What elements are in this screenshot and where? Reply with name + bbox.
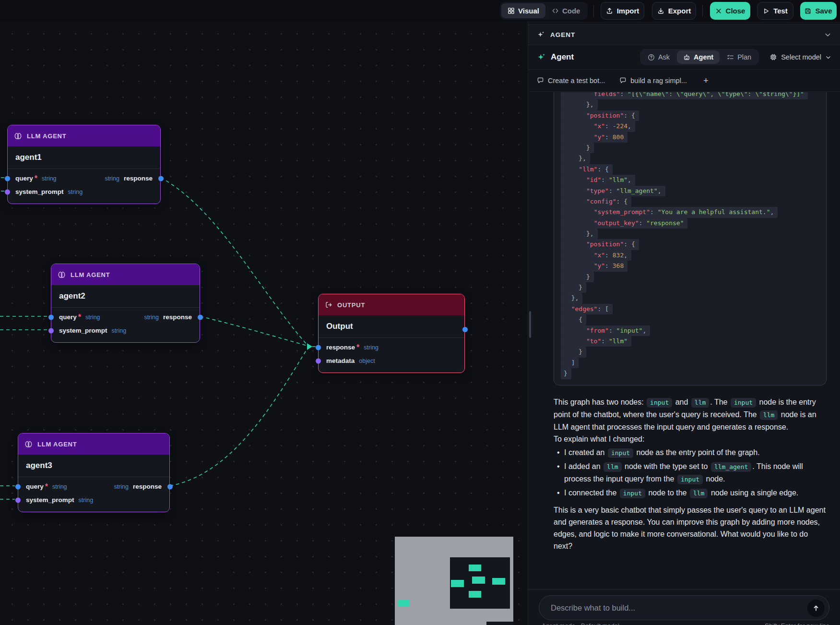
node-field-row: metadataobject [319, 354, 464, 368]
inline-code: input [647, 398, 672, 408]
output-port[interactable] [198, 315, 203, 320]
field-name: system_prompt [59, 324, 107, 337]
scrollbar-thumb[interactable] [529, 311, 531, 338]
input-port[interactable] [15, 484, 21, 490]
select-model-button[interactable]: Select model [769, 53, 831, 61]
input-port[interactable] [316, 345, 321, 350]
input-port[interactable] [15, 498, 21, 503]
node-agent3[interactable]: LLM AGENTagent3query*stringstringrespons… [18, 433, 170, 512]
mode-label: Plan [737, 53, 751, 61]
input-port[interactable] [48, 328, 54, 334]
close-button[interactable]: Close [710, 2, 750, 20]
chevron-down-icon[interactable] [824, 31, 831, 38]
input-port[interactable] [48, 315, 54, 320]
chat-scroll-area[interactable]: fields": "[{\"name\": \"query\", \"type\… [528, 92, 840, 589]
export-icon [657, 7, 664, 14]
toolbar-divider [593, 5, 594, 17]
arrow-up-icon [812, 604, 820, 612]
question-icon [648, 54, 655, 61]
brain-icon [24, 440, 33, 448]
code-mode-button[interactable]: Code [545, 3, 587, 18]
input-port[interactable] [316, 359, 321, 364]
code-line: } [561, 282, 819, 293]
field-type: string [364, 341, 379, 354]
save-icon [805, 8, 811, 14]
code-icon [552, 7, 559, 14]
bubble-icon [619, 77, 627, 84]
output-port[interactable] [158, 176, 164, 181]
code-line: "edges": [ [561, 304, 819, 314]
flow-canvas[interactable]: LLM AGENTagent1query*stringstringrespons… [0, 22, 528, 625]
code-line: "position": { [561, 110, 819, 121]
node-field-row: system_promptstring [18, 493, 169, 507]
edge-arrowhead [307, 343, 312, 350]
input-port[interactable] [5, 190, 10, 195]
input-port[interactable] [5, 176, 10, 181]
send-button[interactable] [807, 600, 825, 617]
agent-section-header[interactable]: AGENT [528, 24, 840, 45]
save-button[interactable]: Save [800, 2, 837, 20]
node-header: LLM AGENT [51, 264, 200, 285]
select-model-label: Select model [781, 53, 821, 61]
composer-footer: Agent mode · Default model Shift+Enter f… [542, 622, 829, 625]
minimap[interactable] [395, 537, 513, 625]
field-name: response [124, 172, 153, 185]
field-name: system_prompt [26, 493, 74, 507]
composer-footer-right: Shift+Enter for new line [765, 622, 829, 625]
mode-switcher: AskAgentPlan [640, 49, 759, 65]
mode-plan[interactable]: Plan [721, 50, 757, 64]
chevron-down-icon [825, 54, 831, 60]
node-agent1[interactable]: LLM AGENTagent1query*stringstringrespons… [7, 125, 161, 204]
field-type: string [144, 311, 159, 324]
test-button[interactable]: Test [757, 2, 793, 20]
edge-agent3-output [170, 349, 307, 486]
robot-icon [683, 54, 690, 61]
chat-input[interactable]: Describe what to build... [539, 595, 829, 620]
minimap-node [492, 578, 505, 585]
inline-code: llm_agent [711, 462, 751, 472]
visual-mode-button[interactable]: Visual [501, 3, 545, 18]
node-header-label: LLM AGENT [37, 441, 77, 448]
code-line: "output_key": "response" [561, 218, 819, 228]
composer: Describe what to build... Agent mode · D… [528, 589, 840, 625]
output-port[interactable] [167, 484, 173, 490]
brain-icon [14, 132, 22, 140]
sparkles-icon [537, 31, 545, 39]
code-line: } [561, 143, 819, 153]
assistant-message: This graph has two nodes: input and llm.… [554, 396, 827, 552]
field-type: string [112, 324, 127, 337]
new-chat-button[interactable]: + [701, 75, 710, 86]
code-line: "llm": { [561, 164, 819, 175]
field-type: string [79, 493, 94, 507]
node-field-row: system_promptstring [51, 324, 200, 337]
mode-agent[interactable]: Agent [677, 50, 720, 64]
field-name: query [26, 480, 44, 493]
output-port[interactable] [462, 327, 468, 332]
code-line: "y": 368 [561, 261, 819, 271]
composer-footer-left: Agent mode · Default model [542, 622, 619, 625]
code-line: "y": 800 [561, 132, 819, 143]
node-header: LLM AGENT [18, 433, 169, 455]
node-output[interactable]: OUTPUTOutputresponse*stringmetadataobjec… [318, 294, 465, 373]
code-line: "x": -224, [561, 121, 819, 132]
code-line: "config": { [561, 196, 819, 207]
json-code-block[interactable]: fields": "[{\"name\": \"query\", \"type\… [554, 92, 827, 385]
node-agent2[interactable]: LLM AGENTagent2query*stringstringrespons… [51, 264, 200, 343]
chat-tab-0[interactable]: Create a test bot... [537, 77, 605, 84]
mode-ask[interactable]: Ask [641, 50, 676, 64]
import-label: Import [617, 7, 639, 15]
edge-agent2-output [200, 316, 307, 346]
code-line: "to": "llm" [561, 336, 819, 347]
message-bullet: I created an input node as the entry poi… [554, 446, 827, 459]
chat-tab-1[interactable]: build a rag simpl... [619, 77, 687, 84]
node-field-row: system_promptstring [8, 185, 160, 199]
minimap-node [398, 600, 410, 607]
export-button[interactable]: Export [652, 2, 696, 20]
chat-input-placeholder: Describe what to build... [551, 603, 635, 613]
required-marker: * [45, 480, 48, 493]
toolbar-divider [702, 5, 703, 17]
import-button[interactable]: Import [601, 2, 644, 20]
export-label: Export [668, 7, 691, 15]
code-line: "system_prompt": "You are a helpful assi… [561, 207, 819, 217]
agent-section-label: AGENT [550, 31, 575, 38]
